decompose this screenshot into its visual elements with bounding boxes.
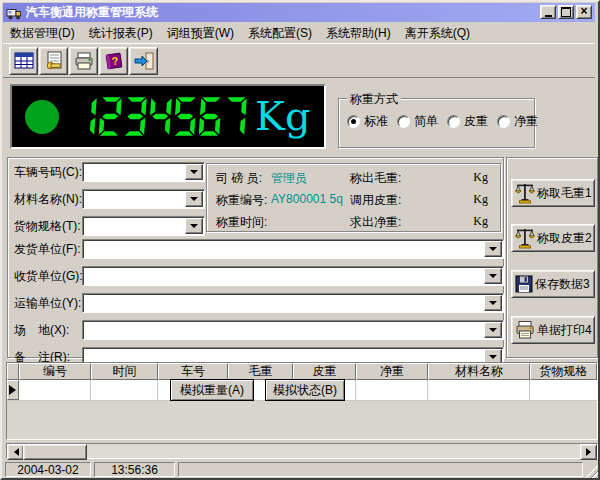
- statusbar: 2004-03-02 13:56:36: [3, 461, 597, 478]
- exit-button[interactable]: [129, 47, 158, 75]
- radio-icon: [347, 115, 360, 128]
- tare-weight-unit: Kg: [473, 192, 488, 207]
- horizontal-scrollbar[interactable]: [6, 443, 598, 459]
- dropdown-arrow-icon[interactable]: [185, 164, 203, 180]
- radio-icon: [447, 115, 460, 128]
- cell-spec: [530, 380, 597, 400]
- radio-simple-label: 简单: [414, 113, 438, 130]
- col-net[interactable]: 净重: [356, 363, 428, 380]
- save-data-button[interactable]: 保存数据3: [511, 270, 595, 298]
- save-data-label: 保存数据3: [535, 276, 590, 293]
- weigh-gross-label: 称取毛重1: [537, 185, 592, 202]
- row-selector: [7, 380, 19, 400]
- col-spec[interactable]: 货物规格: [530, 363, 597, 380]
- print-receipt-label: 单据打印4: [537, 322, 592, 339]
- radio-standard-label: 标准: [364, 113, 388, 130]
- dropdown-arrow-icon[interactable]: [185, 218, 203, 234]
- led-unit: Kg: [255, 96, 311, 136]
- minimize-icon: [545, 15, 552, 17]
- close-icon: ×: [580, 6, 587, 16]
- menu-statistics-report[interactable]: 统计报表(P): [82, 25, 160, 42]
- scrollbar-thumb[interactable]: [23, 444, 87, 460]
- material-name-combo[interactable]: [82, 189, 205, 209]
- cell-time: [91, 380, 158, 400]
- menu-system-config[interactable]: 系统配置(S): [241, 25, 319, 42]
- radio-net[interactable]: 净重: [497, 113, 538, 130]
- transporter-combo[interactable]: [82, 293, 504, 313]
- menubar: 数据管理(D) 统计报表(P) 词组预置(W) 系统配置(S) 系统帮助(H) …: [3, 23, 595, 43]
- maximize-button[interactable]: [558, 5, 574, 19]
- print-receipt-button[interactable]: 单据打印4: [511, 316, 595, 344]
- col-time[interactable]: 时间: [91, 363, 158, 380]
- weigh-gross-button[interactable]: 称取毛重1: [511, 179, 595, 207]
- net-weight-unit: Kg: [473, 214, 488, 229]
- close-button[interactable]: ×: [576, 5, 592, 19]
- gross-weight-label: 称出毛重:: [350, 170, 401, 187]
- radio-icon: [497, 115, 510, 128]
- cell-number: [19, 380, 91, 400]
- col-number[interactable]: 编号: [19, 363, 91, 380]
- material-name-label: 材料名称(N):: [14, 189, 82, 209]
- titlebar: 汽车衡通用称重管理系统 ×: [3, 3, 595, 22]
- transporter-label: 运输单位(Y):: [14, 293, 81, 313]
- print-button[interactable]: [69, 47, 98, 75]
- dropdown-arrow-icon[interactable]: [484, 295, 502, 311]
- operator-value: 管理员: [271, 170, 307, 187]
- scale-icon: [515, 227, 535, 249]
- radio-net-label: 净重: [514, 113, 538, 130]
- col-vehicle[interactable]: 车号: [158, 363, 228, 380]
- led-value: [74, 96, 247, 137]
- shipper-combo[interactable]: [82, 239, 504, 259]
- dropdown-arrow-icon[interactable]: [484, 268, 502, 284]
- arrow-right-icon: [586, 448, 595, 456]
- data-table-icon: [13, 51, 35, 71]
- status-date: 2004-03-02: [5, 462, 91, 477]
- col-tare[interactable]: 皮重: [293, 363, 356, 380]
- menu-exit-system[interactable]: 离开系统(Q): [398, 25, 477, 42]
- print-icon: [73, 51, 95, 71]
- status-time: 13:56:36: [94, 462, 175, 477]
- scroll-right-button[interactable]: [580, 444, 597, 460]
- menu-system-help[interactable]: 系统帮助(H): [319, 25, 398, 42]
- col-material[interactable]: 材料名称: [428, 363, 530, 380]
- minimize-button[interactable]: [540, 5, 556, 19]
- weigh-tare-button[interactable]: 称取皮重2: [511, 224, 595, 252]
- print-preview-icon: [43, 51, 65, 71]
- dropdown-arrow-icon[interactable]: [484, 241, 502, 257]
- grid-header: 编号 时间 车号 毛重 皮重 净重 材料名称 货物规格: [7, 363, 597, 380]
- dropdown-arrow-icon[interactable]: [185, 191, 203, 207]
- radio-icon: [397, 115, 410, 128]
- radio-tare-label: 皮重: [464, 113, 488, 130]
- arrow-left-icon: [10, 448, 19, 456]
- col-gross[interactable]: 毛重: [228, 363, 293, 380]
- exit-door-icon: [133, 51, 155, 71]
- radio-simple[interactable]: 简单: [397, 113, 438, 130]
- help-button[interactable]: ?: [99, 47, 128, 75]
- vehicle-number-label: 车辆号码(C):: [14, 162, 82, 182]
- print-preview-button[interactable]: [39, 47, 68, 75]
- scroll-left-button[interactable]: [7, 444, 24, 460]
- receiver-combo[interactable]: [82, 266, 504, 286]
- site-combo[interactable]: [82, 320, 504, 340]
- vehicle-number-combo[interactable]: [82, 162, 205, 182]
- cargo-spec-combo[interactable]: [82, 216, 205, 236]
- led-display: Kg: [10, 84, 326, 149]
- site-label: 场 地(X):: [14, 320, 69, 340]
- operator-label: 司 磅 员:: [216, 170, 262, 187]
- net-weight-label: 求出净重:: [350, 214, 401, 231]
- weighing-info-panel: 司 磅 员: 管理员 称出毛重: Kg 称重编号: AY800001 5q 调用…: [206, 163, 501, 232]
- radio-tare[interactable]: 皮重: [447, 113, 488, 130]
- menu-data-management[interactable]: 数据管理(D): [3, 25, 82, 42]
- simulate-status-button[interactable]: 模拟状态(B): [265, 379, 345, 401]
- simulate-weight-button[interactable]: 模拟重量(A): [170, 379, 254, 401]
- data-table-button[interactable]: [9, 47, 38, 75]
- weigh-mode-title: 称重方式: [347, 91, 401, 108]
- records-grid: 编号 时间 车号 毛重 皮重 净重 材料名称 货物规格: [6, 362, 598, 440]
- led-lamp: [25, 100, 59, 134]
- window-title: 汽车衡通用称重管理系统: [26, 4, 158, 21]
- status-empty: [178, 462, 583, 477]
- dropdown-arrow-icon[interactable]: [484, 322, 502, 338]
- radio-standard[interactable]: 标准: [347, 113, 388, 130]
- floppy-icon: [515, 275, 533, 293]
- menu-phrase-preset[interactable]: 词组预置(W): [160, 25, 241, 42]
